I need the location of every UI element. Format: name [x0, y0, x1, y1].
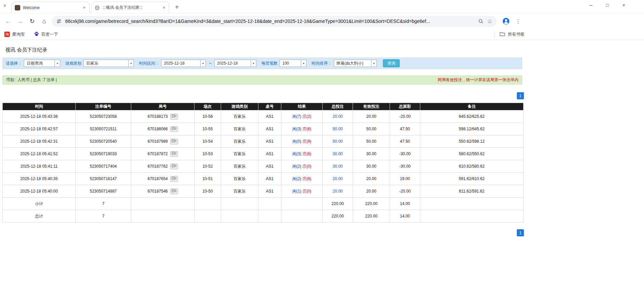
zoom-icon[interactable] [478, 19, 484, 24]
query-type-select[interactable]: 日期查询 ▾ [24, 60, 60, 67]
date-end-select[interactable]: 2025-12-18 ▾ [214, 60, 256, 67]
address-bar[interactable]: 66cxkj98.com/game/betrecord_search/kind3… [52, 16, 497, 27]
cell-table: AS1 [258, 160, 281, 173]
summary-cell: 220.00 [323, 198, 353, 210]
video-replay-button[interactable] [170, 114, 178, 120]
total-bet-link[interactable]: 30.00 [332, 151, 343, 156]
cell-session: 10-52 [194, 160, 221, 173]
query-type-value: 日期查询 [24, 60, 55, 67]
cell-valid-bet: 50.00 [353, 135, 390, 148]
search-button[interactable]: 查询 [383, 59, 400, 67]
cell-payout: -20.00 [390, 110, 420, 123]
reload-icon[interactable]: ↻ [28, 17, 37, 26]
summary-cell [131, 198, 194, 210]
total-bet-link[interactable]: 50.00 [332, 127, 343, 131]
page-title: 视讯 会员下注纪录 [5, 47, 644, 53]
cell-bet-id: 523050721511 [76, 123, 131, 135]
summary-cell [221, 198, 258, 210]
tab-betrecord[interactable]: :::视讯 会员下注纪录::: × [91, 2, 169, 13]
tab-title: Welcome [23, 5, 79, 10]
video-replay-button[interactable] [170, 164, 178, 169]
cell-note: 645.62/625.62 [420, 110, 524, 123]
total-bet-link[interactable]: 20.00 [332, 114, 343, 119]
globe-favicon [95, 5, 100, 10]
cell-note: 591.62/610.62 [420, 173, 524, 185]
video-replay-button[interactable] [170, 139, 178, 144]
video-replay-button[interactable] [170, 176, 178, 182]
result-player: 闲(1) [292, 189, 301, 194]
maximize-button[interactable]: □ [605, 3, 610, 8]
cell-round: 670187872 [131, 148, 194, 160]
all-bookmarks[interactable]: 所有书签 [495, 29, 525, 40]
video-replay-button[interactable] [170, 151, 178, 157]
tab-close-icon[interactable]: × [82, 5, 86, 10]
column-header: 局号 [131, 103, 194, 110]
round-number: 670188066 [147, 127, 168, 131]
table-row: 2025-12-18 05:42:31523050720540670187989… [3, 135, 524, 148]
cell-total-bet: 20.00 [323, 185, 353, 198]
tab-search-chevron-icon[interactable]: ∨ [3, 3, 6, 8]
total-bet-link[interactable]: 30.00 [332, 164, 343, 169]
total-bet-link[interactable]: 20.00 [332, 189, 343, 194]
bookmark-baidu[interactable]: 百度一下 [34, 31, 58, 37]
tab-welcome[interactable]: Welcome × [11, 2, 90, 13]
cell-session: 10-56 [194, 110, 221, 123]
cell-round: 670188173 [131, 110, 194, 123]
column-header: 注单编号 [76, 103, 131, 110]
summary-cell [258, 198, 281, 210]
site-settings-icon[interactable] [56, 19, 62, 24]
home-icon[interactable]: ⌂ [40, 17, 49, 26]
cell-round: 670188066 [131, 123, 194, 135]
chevron-down-icon: ▾ [128, 60, 134, 67]
window-close-button[interactable]: × [621, 3, 627, 8]
video-replay-button[interactable] [170, 189, 178, 194]
result-player: 闲(3) [292, 151, 301, 156]
cell-payout: -20.00 [390, 185, 420, 198]
page-1-button[interactable]: 1 [517, 229, 524, 236]
tab-title: :::视讯 会员下注纪录::: [103, 5, 159, 10]
cell-session: 10-53 [194, 148, 221, 160]
total-bet-link[interactable]: 20.00 [332, 176, 343, 181]
cell-total-bet: 30.00 [323, 160, 353, 173]
video-replay-button[interactable] [170, 126, 178, 132]
summary-cell [131, 210, 194, 223]
forward-icon[interactable]: → [15, 17, 25, 26]
cell-note: 611.62/591.62 [420, 185, 524, 198]
cell-total-bet: 30.00 [323, 148, 353, 160]
browser-chrome: ∨ Welcome × :::视讯 会员下注纪录::: × + ─ □ × ← … [0, 0, 644, 40]
result-banker: 庄(9) [302, 139, 312, 144]
date-start-select[interactable]: 2025-12-18 ▾ [161, 60, 206, 67]
cell-bet-id: 523050720540 [76, 135, 131, 148]
new-tab-button[interactable]: + [173, 3, 181, 11]
chevron-down-icon: ▾ [200, 60, 206, 67]
minimize-button[interactable]: ─ [588, 3, 594, 8]
bookmark-aitaobao[interactable]: 淘 爱淘宝 [4, 32, 25, 37]
bookmark-label: 百度一下 [41, 32, 58, 37]
cell-time: 2025-12-18 05:41:11 [3, 160, 76, 173]
cell-table: AS1 [258, 123, 281, 135]
back-icon[interactable]: ← [3, 17, 12, 26]
cell-table: AS1 [258, 185, 281, 198]
menu-icon[interactable]: ⋮ [513, 17, 523, 26]
result-banker: 庄(2) [302, 114, 312, 119]
tab-close-icon[interactable]: × [162, 5, 166, 10]
summary-bar: 币别 : 人民币 | 总共 :7 注单 | 同局有效投注，统一计算在该局第一张注… [2, 75, 522, 85]
url-text[interactable]: 66cxkj98.com/game/betrecord_search/kind3… [65, 19, 474, 24]
taobao-icon: 淘 [4, 32, 10, 37]
video-camera-icon [172, 189, 176, 194]
game-type-select[interactable]: 百家乐 ▾ [83, 60, 134, 67]
profile-avatar[interactable] [502, 17, 510, 26]
round-number: 670187654 [147, 176, 168, 181]
page-1-button[interactable]: 1 [517, 92, 524, 99]
cell-payout: 19.00 [390, 173, 420, 185]
bookmark-star-icon[interactable]: ☆ [487, 18, 492, 25]
summary-cell: 总计 [3, 210, 76, 223]
cell-result: 闲(3) 庄(6) [281, 123, 323, 135]
cell-valid-bet: 50.00 [353, 123, 390, 135]
browser-toolbar: ← → ↻ ⌂ 66cxkj98.com/game/betrecord_sear… [0, 13, 644, 29]
result-banker: 庄(0) [302, 189, 312, 194]
total-bet-link[interactable]: 50.00 [332, 139, 343, 144]
page-size-select[interactable]: 100 ▾ [280, 60, 307, 67]
cell-valid-bet: 20.00 [353, 185, 390, 198]
sort-order-select[interactable]: 降幕(由大到小) ▾ [334, 60, 377, 67]
